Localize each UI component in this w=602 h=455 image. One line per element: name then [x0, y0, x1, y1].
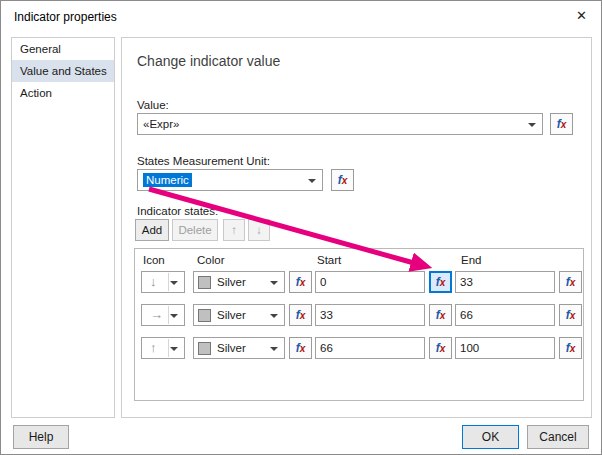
end-value-input[interactable]	[455, 337, 555, 359]
chevron-down-icon	[270, 281, 278, 285]
indicator-properties-dialog: Indicator properties ✕ General Value and…	[0, 0, 602, 455]
start-value-input[interactable]	[315, 271, 425, 293]
start-expression-button[interactable]: fx	[429, 271, 452, 293]
color-name: Silver	[217, 342, 246, 354]
move-down-button[interactable]: ↓	[248, 219, 270, 241]
sidebar-item-action[interactable]: Action	[12, 82, 114, 104]
end-expression-button[interactable]: fx	[559, 337, 582, 359]
start-value-input[interactable]	[315, 337, 425, 359]
close-icon[interactable]: ✕	[576, 8, 587, 23]
arrow-down-icon: ↓	[150, 274, 157, 289]
chevron-down-icon	[170, 314, 178, 318]
start-expression-button[interactable]: fx	[429, 337, 452, 359]
value-combobox[interactable]: «Expr»	[137, 113, 543, 135]
end-expression-button[interactable]: fx	[559, 271, 582, 293]
end-expression-button[interactable]: fx	[559, 304, 582, 326]
color-swatch	[198, 276, 211, 289]
color-swatch	[198, 309, 211, 322]
table-row: ↑ Silver fx fx fx	[135, 337, 585, 361]
chevron-down-icon	[170, 281, 178, 285]
chevron-down-icon	[308, 179, 316, 183]
icon-dropdown[interactable]: →	[141, 304, 185, 326]
value-label: Value:	[137, 99, 169, 111]
column-header-color: Color	[197, 254, 224, 266]
chevron-down-icon	[270, 314, 278, 318]
add-button[interactable]: Add	[135, 219, 169, 241]
divider	[168, 306, 169, 324]
color-dropdown[interactable]: Silver	[193, 271, 285, 293]
ok-button[interactable]: OK	[462, 425, 519, 449]
column-header-start: Start	[317, 254, 341, 266]
icon-dropdown[interactable]: ↓	[141, 271, 185, 293]
color-dropdown[interactable]: Silver	[193, 337, 285, 359]
sidebar-item-general[interactable]: General	[12, 38, 114, 60]
table-row: ↓ Silver fx fx fx	[135, 271, 585, 295]
arrow-right-icon: →	[150, 307, 163, 322]
color-swatch	[198, 342, 211, 355]
divider	[168, 339, 169, 357]
start-expression-button[interactable]: fx	[429, 304, 452, 326]
color-expression-button[interactable]: fx	[289, 271, 312, 293]
arrow-up-icon: ↑	[231, 224, 237, 236]
sidebar: General Value and States Action	[11, 37, 115, 418]
color-name: Silver	[217, 309, 246, 321]
chevron-down-icon	[528, 123, 536, 127]
column-header-icon: Icon	[143, 254, 165, 266]
color-name: Silver	[217, 276, 246, 288]
divider	[168, 273, 169, 291]
move-up-button[interactable]: ↑	[223, 219, 245, 241]
unit-expression-button[interactable]: fx	[331, 169, 354, 191]
column-header-end: End	[461, 254, 481, 266]
cancel-button[interactable]: Cancel	[527, 425, 589, 449]
delete-button[interactable]: Delete	[172, 219, 218, 241]
value-expression-button[interactable]: fx	[550, 113, 573, 135]
arrow-down-icon: ↓	[256, 224, 262, 236]
help-button[interactable]: Help	[13, 425, 69, 449]
start-value-input[interactable]	[315, 304, 425, 326]
chevron-down-icon	[170, 347, 178, 351]
unit-combobox[interactable]: Numeric	[137, 169, 323, 191]
color-expression-button[interactable]: fx	[289, 337, 312, 359]
color-dropdown[interactable]: Silver	[193, 304, 285, 326]
arrow-up-icon: ↑	[150, 340, 157, 355]
chevron-down-icon	[270, 347, 278, 351]
end-value-input[interactable]	[455, 304, 555, 326]
dialog-title: Indicator properties	[14, 10, 117, 24]
table-row: → Silver fx fx fx	[135, 304, 585, 328]
unit-label: States Measurement Unit:	[137, 155, 270, 167]
indicator-states-label: Indicator states:	[137, 205, 218, 217]
color-expression-button[interactable]: fx	[289, 304, 312, 326]
sidebar-item-value-and-states[interactable]: Value and States	[12, 60, 114, 82]
icon-dropdown[interactable]: ↑	[141, 337, 185, 359]
main-panel: Change indicator value Value: «Expr» fx …	[121, 37, 592, 418]
unit-combobox-text: Numeric	[143, 173, 192, 187]
end-value-input[interactable]	[455, 271, 555, 293]
indicator-states-table: Icon Color Start End ↓ Silver fx fx	[134, 248, 584, 401]
value-combobox-text: «Expr»	[143, 118, 179, 130]
page-title: Change indicator value	[137, 53, 280, 69]
